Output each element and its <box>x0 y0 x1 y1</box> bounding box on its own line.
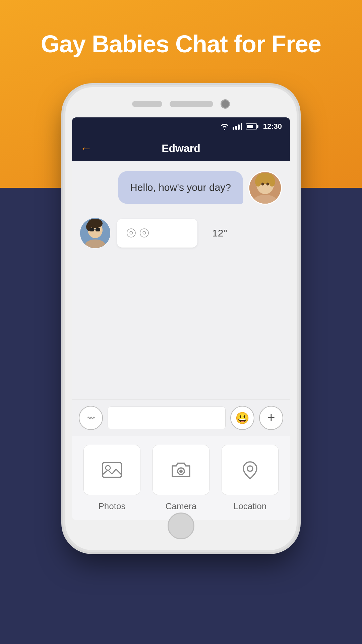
emoji-button[interactable]: 😃 <box>230 406 254 430</box>
phone-speaker <box>132 101 162 107</box>
phone-camera <box>221 99 230 109</box>
status-icons <box>220 123 257 130</box>
photos-icon-box <box>83 445 140 495</box>
phone-earpiece <box>170 101 213 107</box>
status-time: 12:30 <box>263 122 282 131</box>
message-row-outgoing: ⦾ ⦾ 12'' <box>80 218 282 248</box>
voice-waves-icon: ⦾ ⦾ <box>126 226 149 240</box>
chat-header: ← Edward <box>72 136 290 161</box>
back-button[interactable]: ← <box>80 142 92 154</box>
home-button[interactable] <box>168 513 194 539</box>
voice-message-bubble: ⦾ ⦾ <box>117 219 197 248</box>
plus-button[interactable]: + <box>259 406 283 430</box>
svg-rect-13 <box>96 228 100 231</box>
voice-duration: 12'' <box>212 227 227 239</box>
mic-waves-icon <box>85 412 97 424</box>
my-avatar <box>80 218 110 248</box>
message-bubble: Hello, how's your day? <box>118 171 243 204</box>
phone-mockup: 12:30 ← Edward Hello, how's your day? <box>65 87 297 550</box>
photos-attach-item[interactable]: Photos <box>83 445 140 512</box>
svg-rect-12 <box>89 228 94 231</box>
svg-point-7 <box>266 182 269 185</box>
svg-point-3 <box>255 176 261 186</box>
message-row-incoming: Hello, how's your day? <box>80 171 282 205</box>
signal-icon <box>233 123 242 130</box>
emoji-icon: 😃 <box>235 411 249 425</box>
camera-label: Camera <box>166 501 196 512</box>
attachment-panel: Photos Camera <box>72 436 290 520</box>
svg-point-20 <box>247 466 253 471</box>
mic-button[interactable] <box>79 406 103 430</box>
location-label: Location <box>234 501 266 512</box>
avatar-image <box>249 171 281 205</box>
status-bar: 12:30 <box>72 117 290 136</box>
photos-label: Photos <box>99 501 126 512</box>
camera-icon <box>170 459 192 481</box>
location-attach-item[interactable]: Location <box>222 445 279 512</box>
svg-point-4 <box>269 176 275 186</box>
camera-attach-item[interactable]: Camera <box>153 445 209 512</box>
chat-contact-name: Edward <box>162 142 200 155</box>
battery-icon <box>246 123 257 129</box>
chat-body: Hello, how's your day? <box>72 161 290 399</box>
camera-icon-box <box>153 445 209 495</box>
svg-rect-16 <box>103 463 121 477</box>
wifi-icon <box>220 123 229 130</box>
message-input[interactable] <box>108 407 226 429</box>
input-area: 😃 + <box>72 399 290 436</box>
location-icon <box>239 459 261 481</box>
app-title: Gay Babies Chat for Free <box>0 30 362 58</box>
location-icon-box <box>222 445 279 495</box>
plus-icon: + <box>267 410 275 425</box>
message-text: Hello, how's your day? <box>130 182 231 193</box>
my-avatar-image <box>80 218 110 248</box>
sender-avatar <box>248 171 282 205</box>
phone-top-bar <box>132 99 230 109</box>
phone-screen: 12:30 ← Edward Hello, how's your day? <box>72 117 290 520</box>
svg-point-6 <box>261 182 264 185</box>
phone-shell: 12:30 ← Edward Hello, how's your day? <box>65 87 297 550</box>
photos-icon <box>101 459 123 481</box>
svg-point-19 <box>179 470 183 473</box>
